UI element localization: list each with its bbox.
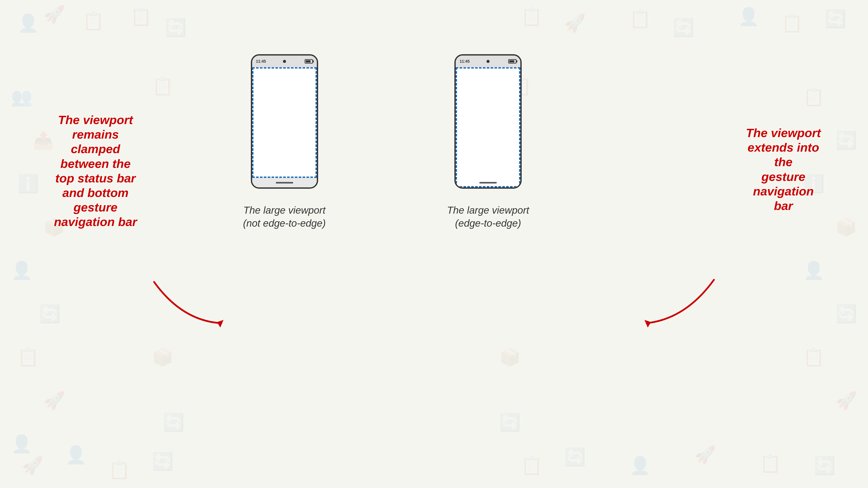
- viewport-edge: [456, 67, 520, 187]
- camera-dot-left: [283, 60, 286, 63]
- background-decoration: 👤 🚀 📋 📋 🔄 📋 🚀 📋 🔄 👤 📋 🔄 👥 📤 ℹ️ 📦 👤 🔄 📋 🚀…: [0, 0, 868, 488]
- status-time-right: 11:45: [460, 59, 470, 64]
- nav-handle-right: [479, 182, 497, 184]
- phone-frame-not-edge: 11:45: [251, 54, 318, 189]
- left-annotation-text: The viewport remains clamped between the…: [50, 112, 141, 229]
- camera-dot-right: [487, 60, 490, 63]
- svg-marker-1: [645, 320, 651, 327]
- svg-marker-0: [217, 320, 223, 327]
- nav-bar-right: [456, 178, 520, 187]
- phone-label-not-edge: The large viewport (not edge-to-edge): [243, 204, 326, 230]
- phone-not-edge-section: 11:45 The large viewport (not edge-to-ed…: [243, 54, 326, 230]
- battery-icon-left: [305, 59, 313, 64]
- right-annotation-text: The viewport extends into the gesture na…: [738, 126, 829, 213]
- status-bar-right: 11:45: [456, 56, 520, 67]
- nav-bar-left: [252, 178, 317, 187]
- phone-frame-edge: 11:45: [455, 54, 522, 189]
- right-annotation: The viewport extends into the gesture na…: [738, 126, 829, 213]
- status-time-left: 11:45: [256, 59, 266, 64]
- left-annotation: The viewport remains clamped between the…: [50, 112, 141, 229]
- left-arrow: [106, 278, 237, 338]
- phone-edge-section: 11:45 The large viewport (edge-to-edge): [447, 54, 529, 230]
- right-arrow: [631, 275, 762, 340]
- phone-label-edge: The large viewport (edge-to-edge): [447, 204, 529, 230]
- nav-handle-left: [276, 182, 293, 184]
- status-bar-left: 11:45: [252, 56, 317, 67]
- battery-icon-right: [508, 59, 517, 64]
- viewport-not-edge: [252, 67, 317, 178]
